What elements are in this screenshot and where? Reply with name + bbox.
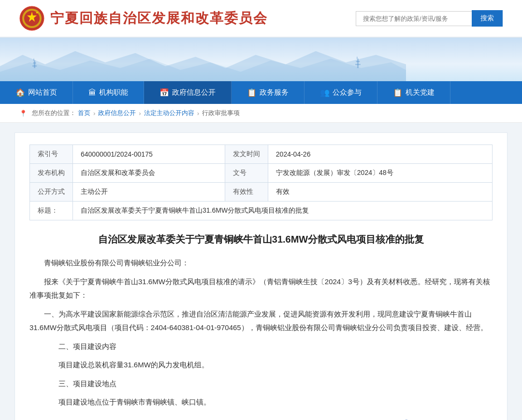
value-title: 自治区发展改革委关于宁夏青铜峡牛首山31.6MW分散式风电项目核准的批复 [73, 202, 493, 220]
wechat-watermark: 🔵 公众号 · 风能专委会CWEA [29, 417, 493, 420]
svg-rect-12 [355, 64, 361, 65]
org-icon: 🏛 [88, 88, 96, 97]
home-icon: 🏠 [15, 88, 25, 97]
label-index: 索引号 [30, 145, 73, 164]
breadcrumb-sep-2: › [139, 110, 141, 117]
article-title: 自治区发展改革委关于宁夏青铜峡牛首山31.6MW分散式风电项目核准的批复 [29, 232, 493, 246]
article-para-2: 二、项目建设内容 [29, 340, 493, 354]
nav-item-home[interactable]: 🏠 网站首页 [0, 81, 73, 104]
logo-area: 宁夏回族自治区发展和改革委员会 [19, 6, 268, 31]
value-docnum: 宁发改能源（发展）审发〔2024〕48号 [268, 164, 492, 183]
nav-item-party-label: 机关党建 [406, 88, 435, 97]
value-org: 自治区发展和改革委员会 [73, 164, 225, 183]
table-row-title: 标题： 自治区发展改革委关于宁夏青铜峡牛首山31.6MW分散式风电项目核准的批复 [30, 202, 493, 220]
value-opentype: 主动公开 [73, 183, 225, 202]
label-date: 发文时间 [225, 145, 268, 164]
calendar-icon: 📅 [160, 88, 169, 97]
nav-item-service-label: 政务服务 [260, 88, 289, 97]
svg-rect-11 [356, 61, 360, 62]
breadcrumb-level2[interactable]: 法定主动公开内容 [144, 109, 194, 117]
svg-rect-9 [357, 58, 359, 68]
main-content: 索引号 640000001/2024-00175 发文时间 2024-04-26… [14, 132, 508, 420]
breadcrumb-level1[interactable]: 政府信息公开 [98, 109, 136, 117]
label-title: 标题： [30, 202, 73, 220]
location-icon: 📍 [19, 110, 27, 117]
banner-decoration-icon [0, 47, 406, 81]
breadcrumb-label: 您所在的位置： [32, 109, 76, 117]
nav-item-public[interactable]: 👥 公众参与 [304, 81, 377, 104]
breadcrumb-home[interactable]: 首页 [78, 109, 90, 117]
svg-rect-8 [32, 65, 37, 66]
breadcrumb: 📍 您所在的位置： 首页 › 政府信息公开 › 法定主动公开内容 › 行政审批事… [0, 104, 522, 123]
label-opentype: 公开方式 [30, 183, 73, 202]
article-para-0: 报来《关于宁夏青铜峡牛首山31.6MW分散式风电项目核准的请示》（青铝青铜峡生技… [29, 275, 493, 303]
table-row: 索引号 640000001/2024-00175 发文时间 2024-04-26 [30, 145, 493, 164]
banner [0, 38, 522, 81]
document-info-table: 索引号 640000001/2024-00175 发文时间 2024-04-26… [29, 145, 493, 220]
national-emblem-icon [19, 6, 44, 31]
nav-item-org[interactable]: 🏛 机构职能 [73, 81, 144, 104]
article-para-5: 项目建设地点位于青铜峡市青铜峡镇、峡口镇。 [29, 395, 493, 409]
value-validity: 有效 [268, 183, 492, 202]
label-org: 发布机构 [30, 164, 73, 183]
breadcrumb-sep-1: › [93, 110, 95, 117]
nav-item-org-label: 机构职能 [99, 88, 128, 97]
nav-item-public-label: 公众参与 [333, 88, 362, 97]
label-validity: 有效性 [225, 183, 268, 202]
article-para-1: 一、为高水平建设国家新能源综合示范区，推进自治区清洁能源产业发展，促进风能资源有… [29, 307, 493, 335]
nav-item-info[interactable]: 📅 政府信息公开 [144, 81, 232, 104]
nav-item-info-label: 政府信息公开 [172, 88, 216, 97]
search-area: 搜索 [356, 10, 503, 27]
people-icon: 👥 [320, 88, 330, 97]
search-button[interactable]: 搜索 [472, 10, 503, 27]
label-docnum: 文号 [225, 164, 268, 183]
table-row: 公开方式 主动公开 有效性 有效 [30, 183, 493, 202]
article-body: 青铜峡铝业股份有限公司青铜峡铝业分公司： 报来《关于宁夏青铜峡牛首山31.6MW… [29, 256, 493, 420]
svg-marker-6 [33, 58, 34, 60]
site-header: 宁夏回族自治区发展和改革委员会 搜索 [0, 0, 522, 38]
value-index: 640000001/2024-00175 [73, 145, 225, 164]
breadcrumb-sep-3: › [197, 110, 199, 117]
article-para-4: 三、项目建设地点 [29, 377, 493, 391]
svg-marker-10 [356, 56, 358, 58]
service-icon: 📋 [247, 88, 257, 97]
nav-item-service[interactable]: 📋 政务服务 [232, 81, 304, 104]
nav-item-home-label: 网站首页 [28, 88, 57, 97]
article-para-3: 项目建设总装机容量31.6MW的风力发电机组。 [29, 358, 493, 372]
main-nav: 🏠 网站首页 🏛 机构职能 📅 政府信息公开 📋 政务服务 👥 公众参与 📋 机… [0, 81, 522, 104]
svg-rect-5 [34, 60, 35, 68]
site-title: 宁夏回族自治区发展和改革委员会 [50, 9, 268, 28]
value-date: 2024-04-26 [268, 145, 492, 164]
party-icon: 📋 [393, 88, 403, 97]
nav-item-party[interactable]: 📋 机关党建 [377, 81, 450, 104]
svg-rect-7 [33, 62, 36, 63]
article-recipient: 青铜峡铝业股份有限公司青铜峡铝业分公司： [29, 256, 493, 270]
table-row: 发布机构 自治区发展和改革委员会 文号 宁发改能源（发展）审发〔2024〕48号 [30, 164, 493, 183]
breadcrumb-current: 行政审批事项 [202, 109, 240, 117]
search-input[interactable] [356, 11, 472, 26]
